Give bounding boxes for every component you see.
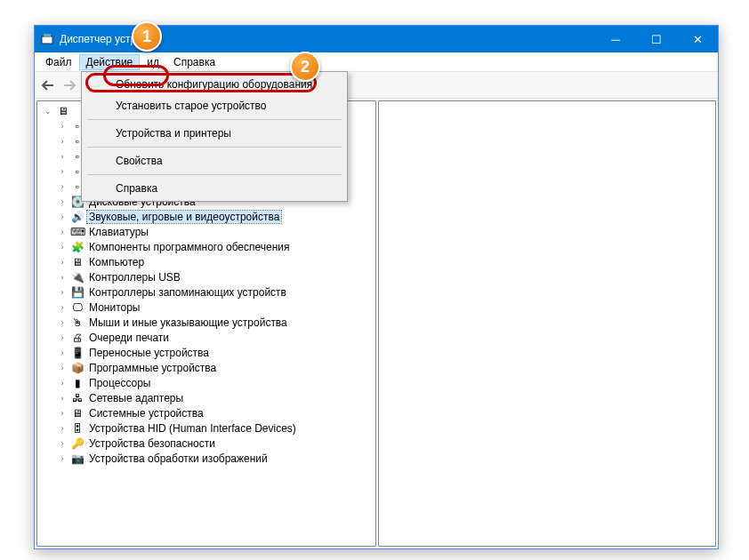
tree-node[interactable]: ›🔊Звуковые, игровые и видеоустройства xyxy=(39,209,375,224)
node-label: Переносные устройства xyxy=(87,347,211,359)
expander-icon[interactable]: › xyxy=(57,182,68,191)
node-label: Мыши и иные указывающие устройства xyxy=(87,316,289,329)
device-icon: 🎛 xyxy=(70,421,85,436)
expander-icon[interactable]: › xyxy=(57,228,68,236)
device-icon: 📦 xyxy=(70,361,85,375)
tree-node[interactable]: ›🖥Компьютер xyxy=(39,254,375,269)
window-controls: ─ ☐ ✕ xyxy=(595,26,718,52)
expander-icon[interactable]: › xyxy=(57,152,68,161)
computer-icon: 🖥 xyxy=(56,104,70,118)
expander-icon[interactable]: › xyxy=(57,394,68,403)
node-label: Системные устройства xyxy=(87,407,205,420)
tree-node[interactable]: ›🖧Сетевые адаптеры xyxy=(39,390,375,405)
node-label: Устройства безопасности xyxy=(87,437,217,450)
expander-icon[interactable]: › xyxy=(57,318,68,327)
app-icon xyxy=(40,32,54,46)
node-label: Мониторы xyxy=(87,301,141,314)
expander-icon[interactable]: › xyxy=(57,122,68,131)
node-label: Контроллеры USB xyxy=(87,271,182,284)
action-dropdown-menu: Обновить конфигурацию оборудования Устан… xyxy=(81,71,348,202)
node-label: Процессоры xyxy=(87,377,153,389)
expander-icon[interactable]: › xyxy=(57,439,68,448)
menu-file[interactable]: Файл xyxy=(38,54,79,70)
expander-icon[interactable]: › xyxy=(57,348,68,357)
device-icon: 🖥 xyxy=(70,406,85,420)
expander-icon[interactable]: › xyxy=(57,333,68,342)
expander-icon[interactable]: › xyxy=(57,273,68,282)
device-icon: 🧩 xyxy=(70,240,85,254)
tree-node[interactable]: ›🔑Устройства безопасности xyxy=(39,436,375,451)
device-icon: 🖵 xyxy=(70,300,85,315)
menu-separator xyxy=(87,174,342,175)
menu-item-add-legacy[interactable]: Установить старое устройство xyxy=(84,95,345,116)
expander-icon[interactable]: › xyxy=(57,424,68,433)
tree-node[interactable]: ›⌨Клавиатуры xyxy=(39,224,375,239)
tree-node[interactable]: ›🎛Устройства HID (Human Interface Device… xyxy=(39,420,375,436)
menubar: Файл Действие ид Справка xyxy=(35,52,718,72)
expander-icon[interactable]: ⌄ xyxy=(43,107,53,116)
device-icon: 🔊 xyxy=(70,210,85,224)
node-label: Сетевые адаптеры xyxy=(87,392,185,404)
node-label: Клавиатуры xyxy=(87,226,150,238)
expander-icon[interactable]: › xyxy=(57,379,68,388)
node-label: Контроллеры запоминающих устройств xyxy=(87,286,288,299)
expander-icon[interactable]: › xyxy=(57,454,68,463)
device-icon: 🖧 xyxy=(70,391,85,405)
expander-icon[interactable]: › xyxy=(57,243,68,252)
device-icon: 💾 xyxy=(70,285,85,300)
tree-node[interactable]: ›📷Устройства обработки изображений xyxy=(39,451,375,466)
node-label: Звуковые, игровые и видеоустройства xyxy=(87,211,281,223)
menu-separator xyxy=(87,119,342,120)
annotation-badge-2: 2 xyxy=(290,52,320,82)
menu-item-properties[interactable]: Свойства xyxy=(84,150,345,172)
menu-item-help[interactable]: Справка xyxy=(84,178,345,199)
expander-icon[interactable]: › xyxy=(57,288,68,297)
node-label: Очереди печати xyxy=(87,332,171,344)
expander-icon[interactable]: › xyxy=(57,258,68,267)
expander-icon[interactable]: › xyxy=(57,212,68,221)
tree-node[interactable]: ›📱Переносные устройства xyxy=(39,345,375,360)
node-label: Компоненты программного обеспечения xyxy=(87,241,292,253)
maximize-button[interactable]: ☐ xyxy=(636,26,677,52)
tree-node[interactable]: ›🧩Компоненты программного обеспечения xyxy=(39,239,375,254)
tree-node[interactable]: ›🖥Системные устройства xyxy=(39,405,375,420)
tree-node[interactable]: ›💾Контроллеры запоминающих устройств xyxy=(39,284,375,300)
close-button[interactable]: ✕ xyxy=(677,26,718,52)
tree-node[interactable]: ›📦Программные устройства xyxy=(39,360,375,375)
node-label: Устройства HID (Human Interface Devices) xyxy=(87,422,298,435)
menu-separator xyxy=(87,147,342,148)
tree-node[interactable]: ›🔌Контроллеры USB xyxy=(39,269,375,284)
svg-rect-1 xyxy=(44,34,51,36)
expander-icon[interactable]: › xyxy=(57,197,68,206)
device-icon: 🔑 xyxy=(70,436,85,451)
menu-help[interactable]: Справка xyxy=(166,54,222,70)
tree-node[interactable]: ›🖱Мыши и иные указывающие устройства xyxy=(39,315,375,330)
tree-node[interactable]: ›🖵Мониторы xyxy=(39,300,375,315)
tree-node[interactable]: ›▮Процессоры xyxy=(39,375,375,390)
menu-item-devices-printers[interactable]: Устройства и принтеры xyxy=(84,123,345,144)
expander-icon[interactable]: › xyxy=(57,303,68,312)
forward-button[interactable] xyxy=(60,76,79,95)
device-icon: 🖨 xyxy=(70,331,85,345)
device-icon: 📱 xyxy=(70,346,85,360)
details-pane xyxy=(378,100,716,547)
device-icon: 🔌 xyxy=(70,270,85,284)
menu-view[interactable]: ид xyxy=(140,54,166,70)
expander-icon[interactable]: › xyxy=(57,137,68,146)
minimize-button[interactable]: ─ xyxy=(595,26,636,52)
expander-icon[interactable]: › xyxy=(57,409,68,418)
menu-action[interactable]: Действие xyxy=(79,54,141,70)
node-label: Компьютер xyxy=(87,256,146,268)
device-icon: 📷 xyxy=(70,452,85,466)
annotation-badge-1: 1 xyxy=(132,21,162,52)
back-button[interactable] xyxy=(38,76,58,95)
node-label: Устройства обработки изображений xyxy=(87,452,270,465)
expander-icon[interactable]: › xyxy=(57,364,68,372)
device-icon: ⌨ xyxy=(70,225,85,239)
device-icon: ▮ xyxy=(70,376,85,390)
expander-icon[interactable]: › xyxy=(57,167,68,176)
node-label: Программные устройства xyxy=(87,362,218,374)
device-icon: 🖱 xyxy=(70,316,85,330)
svg-rect-0 xyxy=(42,36,52,44)
tree-node[interactable]: ›🖨Очереди печати xyxy=(39,330,375,345)
